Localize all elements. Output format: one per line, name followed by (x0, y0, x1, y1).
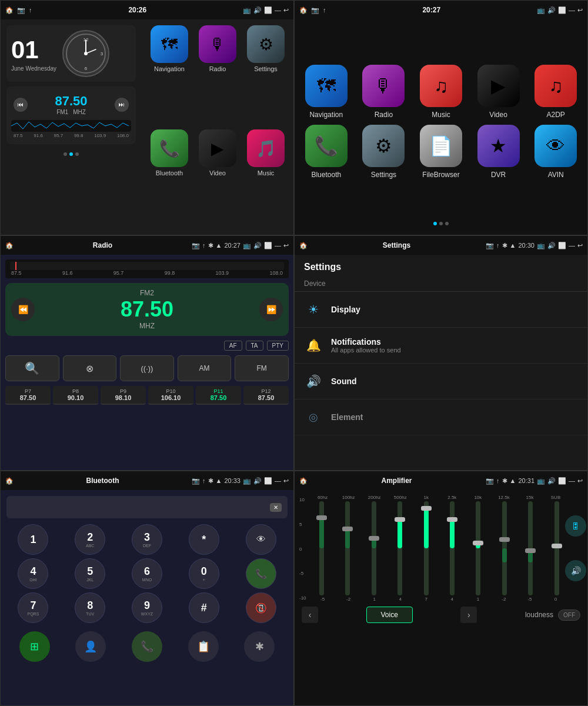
bt-dialpad-toggle[interactable]: ⊞ (19, 631, 50, 662)
apps-back-icon[interactable]: ↩ (577, 6, 583, 14)
loudness-toggle[interactable]: OFF (558, 610, 580, 621)
eq-bar-sub[interactable] (545, 501, 569, 595)
settings-item-element[interactable]: ◎ Element (295, 399, 587, 435)
settings-bt-icon: ✱ (502, 242, 507, 249)
app-grid-bluetooth[interactable]: 📞 Bluetooth (300, 125, 352, 179)
eq-bar-1k[interactable] (414, 501, 437, 595)
app-grid-navigation[interactable]: 🗺 Navigation (300, 65, 352, 119)
dot-2[interactable] (69, 152, 73, 156)
amp-home-icon[interactable]: 🏠 (299, 477, 308, 485)
dial-7[interactable]: 7PQRS (18, 592, 48, 623)
dial-4[interactable]: 4GHI (18, 558, 48, 589)
dial-2[interactable]: 2ABC (75, 524, 105, 555)
amp-next-btn[interactable]: › (460, 607, 477, 623)
radio-pty-btn[interactable]: PTY (267, 341, 289, 351)
settings-item-notifications[interactable]: 🔔 Notifications All apps allowed to send (295, 328, 587, 364)
settings-item-display[interactable]: ☀ Display (295, 292, 587, 328)
amp-preset-btn[interactable]: Voice (366, 607, 413, 623)
bt-contacts-btn[interactable]: 👤 (75, 631, 106, 662)
grid-settings-label: Settings (371, 171, 396, 179)
dial-hash[interactable]: # (189, 592, 219, 623)
preset-p7[interactable]: P7 87.50 (5, 386, 51, 405)
eq-bar-100hz[interactable] (336, 501, 359, 595)
eq-bar-15k[interactable] (519, 501, 542, 595)
app-grid-filebrowser[interactable]: 📄 FileBrowser (415, 125, 467, 179)
amp-prev-btn[interactable]: ‹ (302, 607, 318, 623)
bluetooth-icon: 📞 (151, 129, 188, 167)
dial-hide[interactable]: 👁 (246, 524, 276, 555)
settings-item-sound[interactable]: 🔊 Sound (295, 364, 587, 399)
bt-messages-btn[interactable]: 📋 (188, 631, 219, 662)
bt-recent-calls-btn[interactable]: 📞 (132, 631, 162, 662)
radio-prev-btn[interactable]: ⏮ (14, 98, 28, 112)
dial-3[interactable]: 3DEF (132, 524, 162, 555)
eq-bars-section: 60hz 100hz 200hz 500hz 1k 2.5k 10k 12.5k… (310, 495, 569, 602)
dial-call[interactable]: 📞 (246, 558, 276, 589)
preset-p11[interactable]: P11 87.50 (196, 386, 241, 405)
dial-8[interactable]: 8TUV (75, 592, 105, 623)
eq-bar-60hz[interactable] (310, 501, 333, 595)
apps-home-icon[interactable]: 🏠 (299, 6, 308, 14)
dial-9[interactable]: 9WXYZ (132, 592, 162, 623)
amp-vol-icon: 🔊 (547, 477, 556, 485)
eq-bar-2-5k[interactable] (440, 501, 464, 595)
app-bluetooth[interactable]: 📞 Bluetooth (148, 129, 191, 229)
radio-am-btn[interactable]: AM (178, 355, 232, 381)
apps-dot-1[interactable] (433, 222, 437, 225)
app-grid-dvr[interactable]: ★ DVR (473, 125, 524, 179)
preset-p10[interactable]: P10 106.10 (148, 386, 193, 405)
band-10k: 10k (465, 495, 491, 500)
app-grid-settings[interactable]: ⚙ Settings (358, 125, 410, 179)
eq-bar-12-5k[interactable] (493, 501, 516, 595)
dial-0-plus[interactable]: 0+ (189, 558, 219, 589)
bt-clear-btn[interactable]: ✕ (270, 503, 282, 512)
radio-seek-next[interactable]: ⏩ (259, 298, 283, 321)
app-grid-radio[interactable]: 🎙 Radio (358, 65, 410, 119)
bt-number-input: ✕ (6, 496, 288, 518)
radio-scan-btn[interactable]: ((·)) (120, 355, 174, 381)
eq-bar-10k[interactable] (466, 501, 490, 595)
radio-back-icon2[interactable]: ↩ (283, 242, 289, 249)
bt-back-icon[interactable]: ↩ (283, 477, 289, 485)
app-grid-a2dp[interactable]: ♫ A2DP (530, 65, 582, 119)
radio-mode-btn[interactable]: ⊗ (63, 355, 117, 381)
home-icon[interactable]: 🏠 (5, 6, 14, 14)
radio-home-icon[interactable]: 🏠 (5, 242, 14, 249)
app-navigation[interactable]: 🗺 Navigation (148, 25, 191, 125)
preset-p8[interactable]: P8 90.10 (53, 386, 98, 405)
app-grid-music[interactable]: ♫ Music (415, 65, 467, 119)
dial-5[interactable]: 5JKL (75, 558, 105, 589)
dot-3[interactable] (75, 152, 79, 156)
eq-bar-200hz[interactable] (362, 501, 385, 595)
preset-p9[interactable]: P9 98.10 (101, 386, 146, 405)
bt-home-icon[interactable]: 🏠 (5, 477, 14, 485)
radio-seek-prev[interactable]: ⏪ (11, 298, 35, 321)
app-grid-avin[interactable]: 👁 AVIN (530, 125, 582, 179)
app-music[interactable]: 🎵 Music (244, 129, 288, 229)
settings-back-icon[interactable]: ↩ (577, 242, 583, 249)
app-radio[interactable]: 🎙 Radio (196, 25, 239, 125)
dial-6[interactable]: 6MNO (132, 558, 162, 589)
apps-dot-2[interactable] (439, 222, 443, 225)
amp-back-icon[interactable]: ↩ (577, 477, 583, 485)
dial-1[interactable]: 1 (18, 524, 48, 555)
bt-settings-btn[interactable]: ✱ (244, 631, 275, 662)
settings-home-icon[interactable]: 🏠 (299, 242, 308, 249)
dot-1[interactable] (64, 152, 67, 156)
dial-star[interactable]: * (189, 524, 219, 555)
radio-next-btn[interactable]: ⏭ (115, 98, 129, 112)
eq-bar-500hz[interactable] (388, 501, 412, 595)
radio-fm-btn[interactable]: FM (235, 355, 289, 381)
app-grid-video[interactable]: ▶ Video (473, 65, 524, 119)
clock-date: June Wednesday (11, 65, 56, 72)
radio-ta-btn[interactable]: TA (246, 341, 263, 351)
preset-p12[interactable]: P12 87.50 (243, 386, 289, 405)
app-video[interactable]: ▶ Video (196, 129, 239, 229)
radio-af-btn[interactable]: AF (224, 341, 242, 351)
back-icon[interactable]: ↩ (283, 6, 289, 14)
radio-screen-icon2: 📺 (243, 242, 251, 249)
app-settings[interactable]: ⚙ Settings (244, 25, 288, 125)
radio-search-btn[interactable]: 🔍 (5, 355, 59, 381)
dial-hangup[interactable]: 📵 (246, 592, 276, 623)
apps-dot-3[interactable] (445, 222, 449, 225)
